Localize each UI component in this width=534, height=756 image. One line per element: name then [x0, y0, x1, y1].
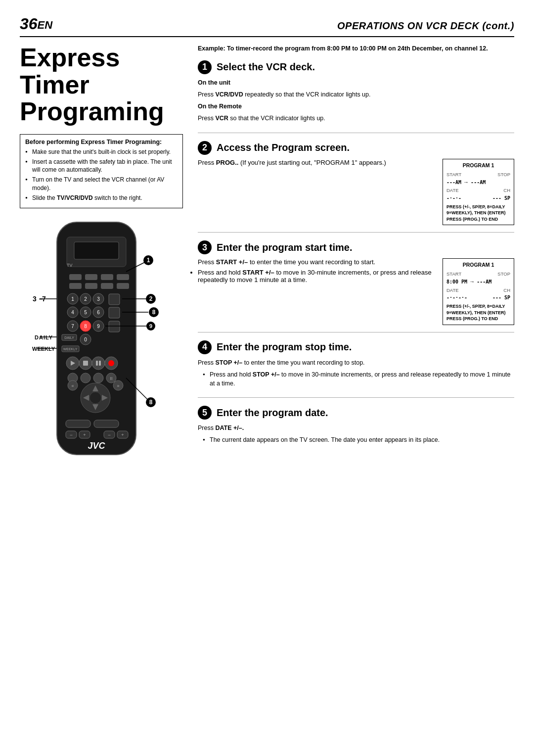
- before-box-item: Turn on the TV and select the VCR channe…: [25, 176, 178, 192]
- step-2-diagram: PROGRAM 1 START STOP ---AM → ---AM D: [443, 159, 514, 226]
- step-3-bullet: Press and hold START +/– to move in 30-m…: [198, 269, 436, 284]
- page-number: 36EN: [20, 15, 52, 33]
- svg-rect-2: [74, 242, 119, 259]
- step-5: 5 Enter the program date. Press DATE +/–…: [198, 406, 514, 454]
- svg-text:8: 8: [84, 324, 87, 329]
- step-4: 4 Enter the program stop time. Press STO…: [198, 340, 514, 398]
- svg-point-46: [108, 360, 114, 366]
- step-1: 1 Select the VCR deck. On the unit Press…: [198, 60, 514, 133]
- step-2: 2 Access the Program screen. Press PROG.…: [198, 141, 514, 233]
- svg-text:WEEKLY: WEEKLY: [32, 346, 55, 352]
- svg-text:+: +: [121, 432, 124, 437]
- svg-text:3: 3: [97, 296, 100, 302]
- svg-text:«: «: [71, 383, 74, 388]
- svg-rect-17: [109, 294, 120, 305]
- step-5-text: Press DATE +/–.: [198, 424, 514, 433]
- svg-text:3: 3: [33, 295, 37, 303]
- step-2-body: Press PROG.. (If you're just starting ou…: [198, 159, 436, 166]
- svg-text:0: 0: [84, 337, 87, 342]
- svg-point-53: [89, 392, 101, 404]
- svg-point-42: [92, 357, 105, 370]
- svg-text:–: –: [70, 432, 72, 437]
- svg-rect-5: [101, 274, 113, 280]
- svg-rect-43: [96, 361, 98, 366]
- page: 36EN OPERATIONS ON VCR DECK (cont.) Expr…: [0, 0, 534, 756]
- step-2-number: 2: [198, 141, 212, 155]
- svg-text:7: 7: [71, 324, 74, 329]
- before-box-item: Insert a cassette with the safety tab in…: [25, 158, 178, 175]
- section-title: OPERATIONS ON VCR DECK (cont.): [337, 20, 514, 32]
- step-3-number: 3: [198, 240, 212, 254]
- svg-rect-7: [69, 283, 82, 289]
- svg-point-48: [81, 373, 90, 383]
- step-3-diagram: PROGRAM 1 START STOP 8:00 PM → ---AM: [443, 258, 514, 325]
- right-column: Example: To timer-record the program fro…: [198, 44, 514, 466]
- before-box-item: Make sure that the unit's built-in clock…: [25, 148, 178, 156]
- step-2-title: Access the Program screen.: [217, 142, 350, 153]
- step-5-body: Press DATE +/–. The current date appears…: [198, 424, 514, 445]
- page-header: 36EN OPERATIONS ON VCR DECK (cont.): [20, 15, 514, 37]
- svg-text:II: II: [110, 376, 112, 381]
- step-1-sub1-text: Press VCR/DVD repeatedly so that the VCR…: [198, 90, 514, 99]
- svg-text:TV: TV: [67, 263, 73, 268]
- example-text: Example: To timer-record the program fro…: [198, 44, 514, 53]
- svg-rect-31: [109, 321, 120, 332]
- svg-rect-44: [99, 361, 101, 366]
- page-title: Express TimerPrograming: [20, 44, 183, 125]
- step-4-title: Enter the program stop time.: [217, 341, 352, 353]
- svg-rect-6: [117, 274, 129, 280]
- step-3-content: Press START +/– to enter the time you wa…: [198, 258, 514, 325]
- svg-text:4: 4: [71, 310, 74, 315]
- svg-rect-41: [83, 361, 88, 366]
- svg-point-49: [93, 373, 103, 383]
- step-1-title: Select the VCR deck.: [217, 61, 315, 73]
- svg-rect-9: [101, 283, 113, 289]
- svg-rect-4: [85, 274, 97, 280]
- svg-text:6: 6: [97, 310, 100, 315]
- step-4-body: Press STOP +/– to enter the time you wan…: [198, 358, 514, 388]
- step-1-number: 1: [198, 60, 212, 74]
- svg-text:1: 1: [147, 257, 150, 264]
- step-5-title: Enter the program date.: [217, 407, 328, 419]
- svg-text:JVC: JVC: [88, 441, 105, 451]
- step-5-bullet: The current date appears on the TV scree…: [203, 435, 514, 445]
- svg-text:8: 8: [149, 399, 153, 406]
- svg-text:2: 2: [149, 295, 153, 302]
- svg-text:DAILY: DAILY: [64, 336, 74, 339]
- step-1-sub2-label: On the Remote: [198, 102, 514, 111]
- svg-text:»: »: [117, 383, 119, 388]
- svg-text:9: 9: [149, 323, 152, 329]
- step-4-text: Press STOP +/– to enter the time you wan…: [198, 358, 514, 368]
- svg-text:7: 7: [42, 295, 46, 303]
- before-box: Before performing Express Timer Programi…: [20, 134, 183, 208]
- before-box-list: Make sure that the unit's built-in clock…: [25, 148, 178, 202]
- svg-text:8: 8: [152, 309, 156, 316]
- svg-rect-3: [69, 274, 82, 280]
- svg-text:2: 2: [84, 296, 87, 302]
- step-4-number: 4: [198, 340, 212, 354]
- step-1-body: On the unit Press VCR/DVD repeatedly so …: [198, 78, 514, 123]
- svg-text:WEEKLY: WEEKLY: [63, 347, 78, 351]
- step-3: 3 Enter the program start time. Press ST…: [198, 240, 514, 332]
- before-box-title: Before performing Express Timer Programi…: [25, 139, 178, 145]
- svg-rect-62: [66, 420, 90, 427]
- svg-rect-10: [117, 283, 129, 289]
- remote-illustration: 1 2 3 4 5 6 7 8: [27, 217, 176, 466]
- step-2-content: Press PROG.. (If you're just starting ou…: [198, 159, 514, 226]
- svg-text:1: 1: [71, 296, 74, 302]
- left-column: Express TimerPrograming Before performin…: [20, 44, 183, 466]
- svg-rect-8: [85, 283, 97, 289]
- svg-text:DAILY: DAILY: [35, 334, 53, 340]
- before-box-item: Slide the TV/VCR/DVD switch to the right…: [25, 194, 178, 202]
- step-1-sub2-text: Press VCR so that the VCR indicator ligh…: [198, 114, 514, 123]
- svg-rect-63: [94, 420, 119, 427]
- svg-text:5: 5: [84, 310, 87, 315]
- remote-svg: 1 2 3 4 5 6 7 8: [27, 217, 166, 465]
- svg-rect-24: [109, 307, 120, 318]
- step-3-title: Enter the program start time.: [217, 242, 353, 253]
- svg-text:+: +: [83, 432, 86, 437]
- step-4-bullet: Press and hold STOP +/– to move in 30-mi…: [203, 370, 514, 389]
- step-5-number: 5: [198, 406, 212, 420]
- step-3-body: Press START +/– to enter the time you wa…: [198, 258, 436, 266]
- step-1-sub1-label: On the unit: [198, 78, 514, 88]
